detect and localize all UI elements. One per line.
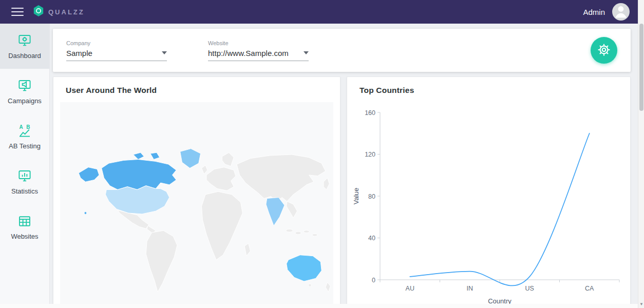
company-select[interactable]: Company Sample <box>66 40 167 61</box>
svg-text:120: 120 <box>365 151 375 158</box>
svg-text:0: 0 <box>372 277 375 284</box>
sidebar-item-label: Statistics <box>11 187 38 195</box>
company-value: Sample <box>66 49 92 57</box>
map-region-canada[interactable] <box>102 160 176 190</box>
chevron-down-icon <box>304 51 309 54</box>
company-label: Company <box>66 40 167 46</box>
horizontal-scrollbar[interactable] <box>0 304 638 308</box>
statistics-icon <box>17 168 32 184</box>
scroll-down-arrow[interactable]: ▼ <box>638 301 644 307</box>
gear-icon <box>597 43 611 58</box>
chart-panel: Top Countries 04080120160AUINUSCACountry… <box>347 76 631 308</box>
map-region-canada-islands[interactable] <box>134 152 144 159</box>
svg-text:A: A <box>19 124 23 130</box>
map-region-alaska[interactable] <box>79 167 99 182</box>
main-content: Company Sample Website http://www.Sample… <box>50 24 638 308</box>
svg-text:Value: Value <box>352 188 360 204</box>
svg-text:40: 40 <box>368 235 375 242</box>
filter-card: Company Sample Website http://www.Sample… <box>53 29 631 72</box>
sidebar-item-label: AB Testing <box>9 142 41 150</box>
map-panel-title: User Around The World <box>53 77 340 98</box>
brand-name: QUALZZ <box>48 8 85 16</box>
sidebar-item-ab-testing[interactable]: A B AB Testing <box>0 114 49 159</box>
user-avatar[interactable] <box>612 3 630 21</box>
ab-testing-icon: A B <box>17 123 32 139</box>
website-value: http://www.Sample.com <box>208 49 289 57</box>
world-map[interactable] <box>60 102 333 308</box>
website-label: Website <box>208 40 309 46</box>
svg-text:160: 160 <box>365 109 375 117</box>
dashboard-icon <box>17 33 32 48</box>
map-region-canada-islands[interactable] <box>150 152 160 159</box>
scrollbar-thumb[interactable] <box>639 24 643 111</box>
svg-text:IN: IN <box>466 285 473 292</box>
sidebar-item-statistics[interactable]: Statistics <box>0 159 49 204</box>
person-icon <box>612 3 630 21</box>
svg-text:US: US <box>525 285 534 292</box>
map-region-pacific-island[interactable] <box>84 212 87 215</box>
user-name[interactable]: Admin <box>583 8 605 16</box>
website-select[interactable]: Website http://www.Sample.com <box>208 40 309 61</box>
map-region-usa[interactable] <box>105 186 169 214</box>
sidebar-item-label: Websites <box>11 233 38 240</box>
sidebar-item-label: Dashboard <box>8 52 41 60</box>
sidebar: Dashboard Campaigns A B AB Testing <box>0 24 50 308</box>
websites-icon <box>17 214 32 229</box>
sidebar-item-campaigns[interactable]: Campaigns <box>0 69 49 114</box>
sidebar-item-websites[interactable]: Websites <box>0 204 49 249</box>
svg-text:AU: AU <box>405 285 414 292</box>
chevron-down-icon <box>162 51 167 54</box>
map-panel: User Around The World <box>53 76 340 308</box>
sidebar-item-dashboard[interactable]: Dashboard <box>0 24 49 69</box>
chart-panel-title: Top Countries <box>347 77 630 98</box>
svg-text:CA: CA <box>585 285 594 292</box>
sidebar-item-label: Campaigns <box>8 97 42 105</box>
menu-icon[interactable] <box>11 8 24 16</box>
top-bar: QUALZZ Admin <box>0 0 638 24</box>
campaigns-icon <box>17 78 32 93</box>
map-region-india[interactable] <box>266 198 285 226</box>
top-countries-line-chart[interactable]: 04080120160AUINUSCACountryValue <box>350 105 628 308</box>
settings-button[interactable] <box>591 37 617 64</box>
svg-text:80: 80 <box>368 193 375 200</box>
brand-icon <box>33 5 44 19</box>
panels-row: User Around The World <box>53 76 631 308</box>
map-region-australia[interactable] <box>287 255 321 281</box>
brand-logo[interactable]: QUALZZ <box>33 5 85 19</box>
map-region-greenland[interactable] <box>180 149 201 168</box>
svg-text:B: B <box>26 124 30 130</box>
vertical-scrollbar[interactable]: ▼ <box>638 0 644 308</box>
